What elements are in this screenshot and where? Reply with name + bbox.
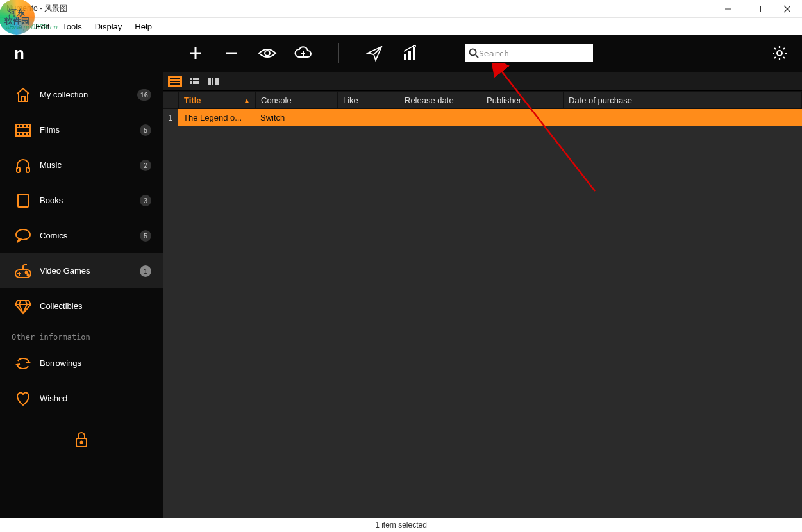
sidebar-item-books[interactable]: Books 3 — [0, 183, 163, 218]
svg-point-14 — [470, 49, 476, 56]
svg-line-15 — [476, 55, 478, 58]
stats-button[interactable] — [401, 44, 420, 63]
minimize-button[interactable] — [714, 0, 743, 18]
row-index: 1 — [163, 109, 178, 126]
menu-display[interactable]: Display — [88, 20, 129, 33]
toolbar-separator — [338, 43, 339, 63]
sidebar-item-collection[interactable]: My collection 16 — [0, 77, 163, 112]
diamond-icon — [12, 297, 35, 316]
refresh-icon — [12, 354, 35, 373]
view-detail-button[interactable] — [206, 76, 221, 87]
lock-icon[interactable] — [74, 431, 88, 448]
book-icon — [12, 191, 35, 210]
sidebar-label: My collection — [40, 90, 137, 99]
search-icon — [469, 48, 479, 58]
svg-rect-46 — [208, 78, 211, 85]
sidebar-label: Books — [40, 195, 140, 205]
col-publisher[interactable]: Publisher — [481, 92, 564, 108]
headphones-icon — [12, 156, 35, 175]
cloud-button[interactable] — [294, 44, 313, 63]
svg-rect-11 — [404, 54, 406, 60]
sidebar-count: 1 — [140, 265, 151, 277]
col-like[interactable]: Like — [338, 92, 399, 108]
cell-console: Switch — [255, 113, 337, 122]
svg-rect-12 — [408, 51, 411, 60]
app-logo: n — [13, 44, 45, 63]
col-console[interactable]: Console — [256, 92, 338, 108]
svg-point-34 — [28, 274, 29, 276]
search-box[interactable] — [465, 44, 593, 62]
search-input[interactable] — [479, 49, 589, 58]
svg-rect-1 — [755, 6, 761, 12]
sidebar-item-films[interactable]: Films 5 — [0, 112, 163, 147]
col-release[interactable]: Release date — [399, 92, 481, 108]
watermark-url: www.pc0359.cn — [5, 22, 58, 32]
svg-rect-47 — [212, 78, 213, 85]
sidebar-label: Comics — [40, 231, 140, 240]
menu-help[interactable]: Help — [128, 20, 158, 33]
svg-point-7 — [265, 51, 270, 56]
table-row[interactable]: 1 The Legend o... Switch — [163, 109, 802, 126]
sidebar-label: Films — [40, 125, 140, 135]
svg-rect-44 — [193, 81, 196, 84]
sort-asc-icon: ▲ — [244, 97, 250, 104]
gamepad-icon — [12, 262, 35, 281]
svg-rect-26 — [17, 167, 20, 172]
settings-button[interactable] — [770, 44, 789, 63]
view-toolbar — [163, 72, 802, 91]
sidebar-label: Borrowings — [40, 358, 151, 368]
table-header: Title▲ Console Like Release date Publish… — [163, 91, 802, 109]
col-purchase-date[interactable]: Date of purchase — [564, 92, 801, 108]
content-pane: Title▲ Console Like Release date Publish… — [163, 72, 802, 518]
sidebar-item-comics[interactable]: Comics 5 — [0, 218, 163, 253]
toolbar: n — [0, 35, 802, 72]
sidebar-section: Other information — [0, 324, 163, 345]
svg-rect-40 — [190, 78, 192, 80]
cell-title: The Legend o... — [178, 113, 255, 122]
sidebar: My collection 16 Films 5 Music 2 Books 3… — [0, 72, 163, 518]
view-button[interactable] — [258, 44, 277, 63]
svg-rect-41 — [193, 78, 196, 80]
window-title: Numento - 风景图 — [5, 3, 67, 14]
home-icon — [12, 85, 35, 104]
maximize-button[interactable] — [743, 0, 773, 18]
sidebar-item-collectibles[interactable]: Collectibles — [0, 288, 163, 324]
close-button[interactable] — [773, 0, 802, 18]
svg-point-36 — [81, 442, 83, 444]
col-title[interactable]: Title▲ — [179, 92, 256, 108]
svg-point-16 — [777, 51, 782, 56]
svg-rect-43 — [190, 81, 192, 84]
svg-point-33 — [26, 271, 28, 273]
remove-button[interactable] — [222, 44, 241, 63]
window-titlebar: Numento - 风景图 — [0, 0, 802, 18]
svg-point-29 — [16, 229, 30, 240]
svg-rect-28 — [18, 194, 28, 207]
add-button[interactable] — [186, 44, 205, 63]
sidebar-label: Video Games — [40, 266, 140, 276]
view-grid-button[interactable] — [187, 76, 201, 87]
menubar: File Edit Tools Display Help — [0, 18, 802, 35]
sidebar-item-wished[interactable]: Wished — [0, 381, 163, 416]
sidebar-count: 3 — [140, 195, 151, 206]
view-list-button[interactable] — [168, 76, 182, 87]
svg-rect-48 — [215, 78, 219, 85]
table-empty-area — [163, 126, 802, 518]
col-index[interactable] — [163, 92, 179, 108]
sidebar-label: Wished — [40, 394, 151, 403]
sidebar-item-music[interactable]: Music 2 — [0, 147, 163, 183]
sidebar-item-videogames[interactable]: Video Games 1 — [0, 253, 163, 288]
chat-icon — [12, 226, 35, 245]
sidebar-label: Collectibles — [40, 301, 151, 311]
sidebar-label: Music — [40, 160, 140, 170]
heart-icon — [12, 389, 35, 408]
send-button[interactable] — [365, 44, 384, 63]
status-bar: 1 item selected — [0, 518, 802, 532]
sidebar-count: 5 — [140, 124, 151, 136]
sidebar-count: 5 — [140, 230, 151, 242]
sidebar-item-borrowings[interactable]: Borrowings — [0, 345, 163, 381]
svg-rect-45 — [196, 81, 199, 84]
sidebar-count: 2 — [140, 160, 151, 171]
svg-rect-42 — [196, 78, 199, 80]
svg-rect-13 — [413, 47, 415, 60]
menu-tools[interactable]: Tools — [56, 20, 88, 33]
